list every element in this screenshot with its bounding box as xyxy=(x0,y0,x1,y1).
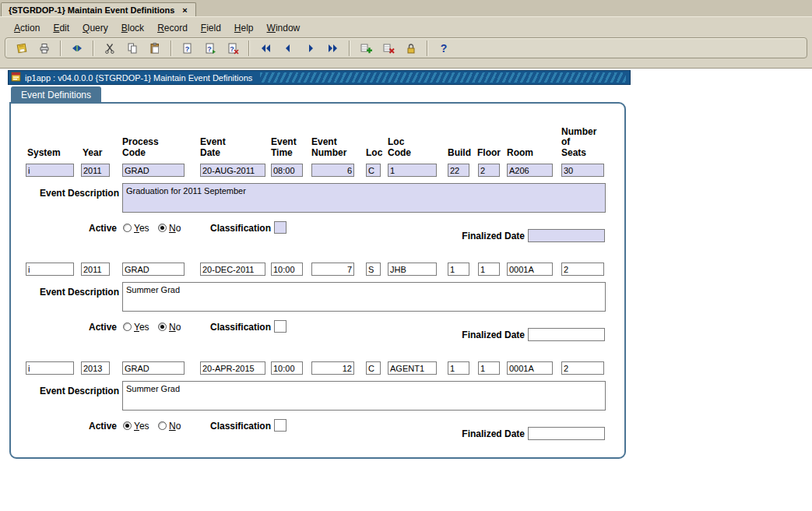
active-yes-radio[interactable] xyxy=(123,322,132,331)
classification-label: Classification xyxy=(210,322,271,333)
active-yes-label[interactable]: Yes xyxy=(134,322,149,333)
insert-record-icon[interactable] xyxy=(357,40,375,57)
event-date-field[interactable]: 20-DEC-2011 xyxy=(200,263,265,276)
window-tab[interactable]: {STGRDOP-1} Maintain Event Definitions × xyxy=(1,2,196,16)
seats-field[interactable]: 2 xyxy=(561,263,604,276)
finalized-date-label: Finalized Date xyxy=(416,330,525,340)
event-description-field[interactable]: Summer Grad xyxy=(122,282,606,312)
menu-edit[interactable]: Edit xyxy=(53,23,69,33)
event-description-field[interactable]: Graduation for 2011 September xyxy=(122,183,606,213)
active-no-radio[interactable] xyxy=(158,322,167,331)
column-headers: System Year Process Code Event Date Even… xyxy=(11,111,624,159)
event-description-label: Event Description xyxy=(11,287,119,298)
active-label: Active xyxy=(11,223,117,234)
active-yes-label[interactable]: Yes xyxy=(134,421,149,432)
system-field[interactable]: i xyxy=(26,263,74,276)
room-field[interactable]: 0001A xyxy=(507,361,553,375)
rollback-icon[interactable] xyxy=(68,40,86,57)
loc-field[interactable]: S xyxy=(366,263,381,276)
menu-record[interactable]: Record xyxy=(157,23,188,33)
event-number-field[interactable]: 6 xyxy=(311,164,354,177)
loc-field[interactable]: C xyxy=(366,361,381,375)
room-field[interactable]: 0001A xyxy=(507,263,553,276)
remove-record-icon[interactable] xyxy=(379,40,398,57)
toolbar-separator xyxy=(248,41,250,56)
cut-icon[interactable] xyxy=(100,40,119,57)
classification-field[interactable] xyxy=(274,320,286,333)
active-no-label[interactable]: No xyxy=(169,421,181,432)
event-description-field[interactable]: Summer Grad xyxy=(122,381,606,411)
enter-query-icon[interactable]: ? xyxy=(178,40,197,57)
classification-label: Classification xyxy=(210,223,271,234)
menu-action[interactable]: Action xyxy=(14,23,40,33)
event-time-field[interactable]: 10:00 xyxy=(271,263,303,276)
cancel-query-icon[interactable]: ? xyxy=(223,40,242,57)
process-code-field[interactable]: GRAD xyxy=(122,263,185,276)
loc-code-field[interactable]: JHB xyxy=(388,263,437,276)
active-no-label[interactable]: No xyxy=(169,322,181,333)
event-date-field[interactable]: 20-AUG-2011 xyxy=(200,164,265,177)
previous-record-icon[interactable] xyxy=(279,40,297,57)
mdi-window-title: ip1app : v04.0.0.0 {STGRDOP-1} Maintain … xyxy=(25,73,252,83)
classification-field[interactable] xyxy=(274,419,286,432)
event-time-field[interactable]: 10:00 xyxy=(271,361,303,375)
menu-help[interactable]: Help xyxy=(234,23,254,33)
finalized-date-field[interactable] xyxy=(528,229,605,242)
year-field[interactable]: 2011 xyxy=(81,263,110,276)
menu-query[interactable]: Query xyxy=(83,23,108,33)
execute-query-icon[interactable]: ? xyxy=(201,40,220,57)
loc-field[interactable]: C xyxy=(366,164,381,177)
event-description-label: Event Description xyxy=(11,386,119,396)
build-field[interactable]: 1 xyxy=(448,361,469,375)
build-field[interactable]: 1 xyxy=(448,263,469,276)
paste-icon[interactable] xyxy=(146,40,164,57)
room-field[interactable]: A206 xyxy=(507,164,553,177)
event-number-field[interactable]: 7 xyxy=(311,263,354,276)
next-block-icon[interactable] xyxy=(324,40,343,57)
event-number-field[interactable]: 12 xyxy=(311,361,354,375)
process-code-field[interactable]: GRAD xyxy=(122,164,185,177)
mdi-title-bar[interactable]: ip1app : v04.0.0.0 {STGRDOP-1} Maintain … xyxy=(8,70,631,85)
seats-field[interactable]: 2 xyxy=(561,361,604,375)
floor-field[interactable]: 1 xyxy=(478,361,500,375)
active-no-label[interactable]: No xyxy=(169,223,181,234)
lock-record-icon[interactable] xyxy=(402,40,420,57)
finalized-date-field[interactable] xyxy=(528,427,605,440)
system-field[interactable]: i xyxy=(26,164,74,177)
menu-window[interactable]: Window xyxy=(267,23,301,33)
print-icon[interactable] xyxy=(35,40,54,57)
active-no-radio[interactable] xyxy=(158,224,167,232)
event-date-field[interactable]: 20-APR-2015 xyxy=(200,361,265,375)
loc-code-field[interactable]: 1 xyxy=(388,164,437,177)
floor-field[interactable]: 2 xyxy=(478,164,500,177)
finalized-date-field[interactable] xyxy=(528,328,605,341)
active-yes-label[interactable]: Yes xyxy=(134,223,149,234)
previous-block-icon[interactable] xyxy=(256,40,275,57)
help-icon[interactable]: ? xyxy=(434,40,453,57)
active-yes-radio[interactable] xyxy=(123,421,132,430)
next-record-icon[interactable] xyxy=(301,40,320,57)
build-field[interactable]: 22 xyxy=(448,164,469,177)
loc-code-field[interactable]: AGENT1 xyxy=(388,361,437,375)
save-icon[interactable] xyxy=(12,40,31,57)
year-field[interactable]: 2013 xyxy=(81,361,110,375)
classification-field[interactable] xyxy=(274,221,286,234)
seats-field[interactable]: 30 xyxy=(561,164,604,177)
toolbar-separator xyxy=(427,41,428,56)
menu-field[interactable]: Field xyxy=(201,23,221,33)
active-yes-radio[interactable] xyxy=(123,224,132,232)
event-description-label: Event Description xyxy=(11,188,119,199)
svg-text:?: ? xyxy=(185,45,190,53)
column-header-build: Build xyxy=(448,148,471,159)
event-time-field[interactable]: 08:00 xyxy=(271,164,303,177)
menu-block[interactable]: Block xyxy=(121,23,144,33)
copy-icon[interactable] xyxy=(123,40,142,57)
tab-event-definitions[interactable]: Event Definitions xyxy=(11,86,101,104)
close-icon[interactable]: × xyxy=(182,6,187,14)
window-tab-title: {STGRDOP-1} Maintain Event Definitions xyxy=(9,5,174,15)
floor-field[interactable]: 1 xyxy=(478,263,500,276)
process-code-field[interactable]: GRAD xyxy=(122,361,185,375)
active-no-radio[interactable] xyxy=(158,421,167,430)
year-field[interactable]: 2011 xyxy=(81,164,110,177)
system-field[interactable]: i xyxy=(26,361,74,375)
